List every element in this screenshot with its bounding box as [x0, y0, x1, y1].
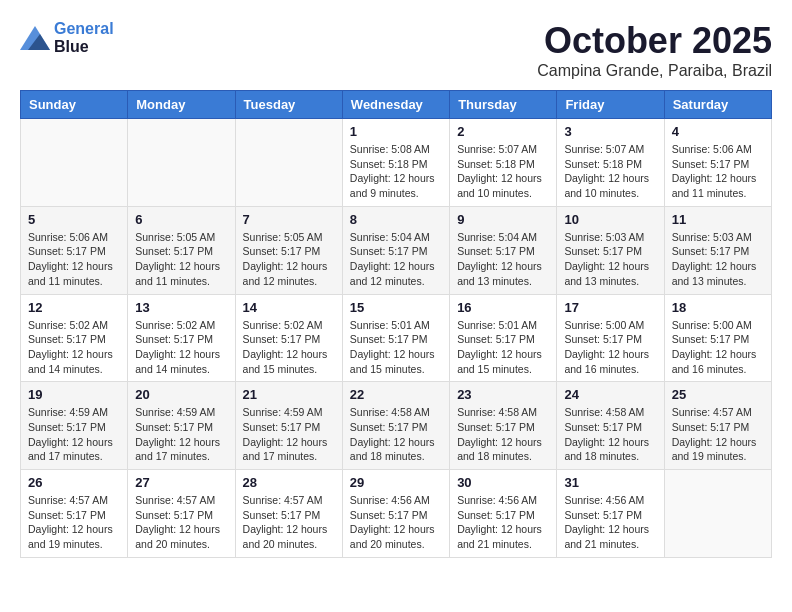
- day-info: Sunrise: 5:07 AM Sunset: 5:18 PM Dayligh…: [564, 142, 656, 201]
- day-number: 9: [457, 212, 549, 227]
- day-info: Sunrise: 5:01 AM Sunset: 5:17 PM Dayligh…: [350, 318, 442, 377]
- day-number: 1: [350, 124, 442, 139]
- calendar-cell: [128, 119, 235, 207]
- day-info: Sunrise: 4:57 AM Sunset: 5:17 PM Dayligh…: [672, 405, 764, 464]
- day-number: 17: [564, 300, 656, 315]
- day-number: 16: [457, 300, 549, 315]
- day-info: Sunrise: 5:02 AM Sunset: 5:17 PM Dayligh…: [135, 318, 227, 377]
- calendar-cell: 27Sunrise: 4:57 AM Sunset: 5:17 PM Dayli…: [128, 470, 235, 558]
- calendar-cell: 9Sunrise: 5:04 AM Sunset: 5:17 PM Daylig…: [450, 206, 557, 294]
- day-number: 15: [350, 300, 442, 315]
- calendar-cell: 23Sunrise: 4:58 AM Sunset: 5:17 PM Dayli…: [450, 382, 557, 470]
- calendar-cell: 30Sunrise: 4:56 AM Sunset: 5:17 PM Dayli…: [450, 470, 557, 558]
- calendar-week-4: 19Sunrise: 4:59 AM Sunset: 5:17 PM Dayli…: [21, 382, 772, 470]
- day-number: 30: [457, 475, 549, 490]
- calendar-cell: 29Sunrise: 4:56 AM Sunset: 5:17 PM Dayli…: [342, 470, 449, 558]
- day-info: Sunrise: 4:59 AM Sunset: 5:17 PM Dayligh…: [135, 405, 227, 464]
- calendar-week-1: 1Sunrise: 5:08 AM Sunset: 5:18 PM Daylig…: [21, 119, 772, 207]
- day-number: 18: [672, 300, 764, 315]
- calendar-cell: 3Sunrise: 5:07 AM Sunset: 5:18 PM Daylig…: [557, 119, 664, 207]
- logo-text-blue: Blue: [54, 38, 114, 56]
- calendar-cell: 8Sunrise: 5:04 AM Sunset: 5:17 PM Daylig…: [342, 206, 449, 294]
- calendar-cell: 12Sunrise: 5:02 AM Sunset: 5:17 PM Dayli…: [21, 294, 128, 382]
- day-number: 13: [135, 300, 227, 315]
- weekday-header-thursday: Thursday: [450, 91, 557, 119]
- day-number: 20: [135, 387, 227, 402]
- day-number: 21: [243, 387, 335, 402]
- day-info: Sunrise: 4:58 AM Sunset: 5:17 PM Dayligh…: [350, 405, 442, 464]
- day-info: Sunrise: 5:07 AM Sunset: 5:18 PM Dayligh…: [457, 142, 549, 201]
- logo-icon: [20, 26, 50, 50]
- weekday-header-friday: Friday: [557, 91, 664, 119]
- calendar-cell: 1Sunrise: 5:08 AM Sunset: 5:18 PM Daylig…: [342, 119, 449, 207]
- calendar-cell: 31Sunrise: 4:56 AM Sunset: 5:17 PM Dayli…: [557, 470, 664, 558]
- day-number: 31: [564, 475, 656, 490]
- calendar-cell: 26Sunrise: 4:57 AM Sunset: 5:17 PM Dayli…: [21, 470, 128, 558]
- day-info: Sunrise: 5:04 AM Sunset: 5:17 PM Dayligh…: [457, 230, 549, 289]
- page-header: General Blue October 2025 Campina Grande…: [20, 20, 772, 80]
- calendar-cell: 7Sunrise: 5:05 AM Sunset: 5:17 PM Daylig…: [235, 206, 342, 294]
- day-number: 19: [28, 387, 120, 402]
- calendar-table: SundayMondayTuesdayWednesdayThursdayFrid…: [20, 90, 772, 558]
- day-info: Sunrise: 4:58 AM Sunset: 5:17 PM Dayligh…: [457, 405, 549, 464]
- weekday-header-wednesday: Wednesday: [342, 91, 449, 119]
- day-info: Sunrise: 5:06 AM Sunset: 5:17 PM Dayligh…: [672, 142, 764, 201]
- calendar-cell: 13Sunrise: 5:02 AM Sunset: 5:17 PM Dayli…: [128, 294, 235, 382]
- calendar-cell: [235, 119, 342, 207]
- day-number: 22: [350, 387, 442, 402]
- day-number: 4: [672, 124, 764, 139]
- day-number: 11: [672, 212, 764, 227]
- calendar-cell: 28Sunrise: 4:57 AM Sunset: 5:17 PM Dayli…: [235, 470, 342, 558]
- calendar-cell: 5Sunrise: 5:06 AM Sunset: 5:17 PM Daylig…: [21, 206, 128, 294]
- calendar-week-5: 26Sunrise: 4:57 AM Sunset: 5:17 PM Dayli…: [21, 470, 772, 558]
- day-info: Sunrise: 4:58 AM Sunset: 5:17 PM Dayligh…: [564, 405, 656, 464]
- calendar-cell: 10Sunrise: 5:03 AM Sunset: 5:17 PM Dayli…: [557, 206, 664, 294]
- logo: General Blue: [20, 20, 114, 55]
- day-info: Sunrise: 5:05 AM Sunset: 5:17 PM Dayligh…: [243, 230, 335, 289]
- day-info: Sunrise: 4:59 AM Sunset: 5:17 PM Dayligh…: [243, 405, 335, 464]
- day-number: 28: [243, 475, 335, 490]
- calendar-cell: 18Sunrise: 5:00 AM Sunset: 5:17 PM Dayli…: [664, 294, 771, 382]
- day-number: 7: [243, 212, 335, 227]
- month-title: October 2025: [537, 20, 772, 62]
- calendar-cell: 4Sunrise: 5:06 AM Sunset: 5:17 PM Daylig…: [664, 119, 771, 207]
- day-number: 8: [350, 212, 442, 227]
- day-info: Sunrise: 4:57 AM Sunset: 5:17 PM Dayligh…: [28, 493, 120, 552]
- day-number: 12: [28, 300, 120, 315]
- day-info: Sunrise: 4:56 AM Sunset: 5:17 PM Dayligh…: [564, 493, 656, 552]
- calendar-cell: 22Sunrise: 4:58 AM Sunset: 5:17 PM Dayli…: [342, 382, 449, 470]
- day-info: Sunrise: 5:06 AM Sunset: 5:17 PM Dayligh…: [28, 230, 120, 289]
- weekday-header-monday: Monday: [128, 91, 235, 119]
- calendar-cell: 17Sunrise: 5:00 AM Sunset: 5:17 PM Dayli…: [557, 294, 664, 382]
- calendar-cell: 11Sunrise: 5:03 AM Sunset: 5:17 PM Dayli…: [664, 206, 771, 294]
- calendar-cell: 21Sunrise: 4:59 AM Sunset: 5:17 PM Dayli…: [235, 382, 342, 470]
- calendar-cell: [21, 119, 128, 207]
- calendar-cell: [664, 470, 771, 558]
- calendar-cell: 16Sunrise: 5:01 AM Sunset: 5:17 PM Dayli…: [450, 294, 557, 382]
- day-number: 23: [457, 387, 549, 402]
- day-number: 3: [564, 124, 656, 139]
- day-info: Sunrise: 4:57 AM Sunset: 5:17 PM Dayligh…: [243, 493, 335, 552]
- day-info: Sunrise: 5:03 AM Sunset: 5:17 PM Dayligh…: [564, 230, 656, 289]
- weekday-header-tuesday: Tuesday: [235, 91, 342, 119]
- day-info: Sunrise: 5:00 AM Sunset: 5:17 PM Dayligh…: [672, 318, 764, 377]
- day-number: 14: [243, 300, 335, 315]
- day-info: Sunrise: 5:01 AM Sunset: 5:17 PM Dayligh…: [457, 318, 549, 377]
- calendar-cell: 25Sunrise: 4:57 AM Sunset: 5:17 PM Dayli…: [664, 382, 771, 470]
- day-number: 27: [135, 475, 227, 490]
- calendar-week-3: 12Sunrise: 5:02 AM Sunset: 5:17 PM Dayli…: [21, 294, 772, 382]
- location-subtitle: Campina Grande, Paraiba, Brazil: [537, 62, 772, 80]
- day-number: 24: [564, 387, 656, 402]
- day-info: Sunrise: 5:03 AM Sunset: 5:17 PM Dayligh…: [672, 230, 764, 289]
- calendar-cell: 14Sunrise: 5:02 AM Sunset: 5:17 PM Dayli…: [235, 294, 342, 382]
- day-info: Sunrise: 4:59 AM Sunset: 5:17 PM Dayligh…: [28, 405, 120, 464]
- weekday-header-row: SundayMondayTuesdayWednesdayThursdayFrid…: [21, 91, 772, 119]
- day-number: 10: [564, 212, 656, 227]
- day-number: 26: [28, 475, 120, 490]
- day-number: 2: [457, 124, 549, 139]
- day-number: 5: [28, 212, 120, 227]
- calendar-cell: 24Sunrise: 4:58 AM Sunset: 5:17 PM Dayli…: [557, 382, 664, 470]
- day-info: Sunrise: 4:56 AM Sunset: 5:17 PM Dayligh…: [350, 493, 442, 552]
- title-block: October 2025 Campina Grande, Paraiba, Br…: [537, 20, 772, 80]
- day-info: Sunrise: 4:56 AM Sunset: 5:17 PM Dayligh…: [457, 493, 549, 552]
